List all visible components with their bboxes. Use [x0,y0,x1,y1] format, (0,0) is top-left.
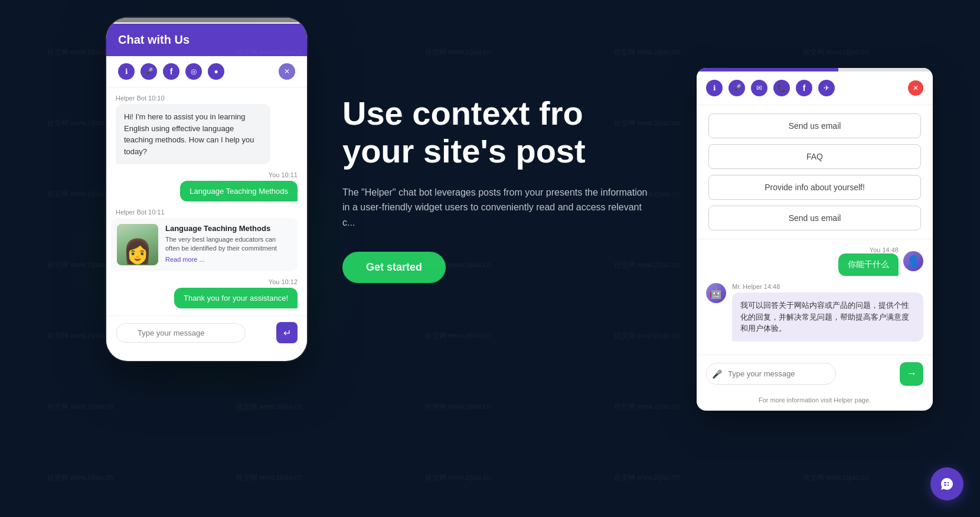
widget-bot-label: Mr. Helper 14:48 [732,283,923,290]
article-desc: The very best language educators can oft… [165,235,292,253]
widget-user-bubble: 你能干什么 [838,253,899,276]
bot-article-row: Helper Bot 10:11 Language Teaching Metho… [116,209,298,271]
chat-body: Helper Bot 10:10 Hi! I'm here to assist … [106,87,307,316]
widget-bot-row: 🤖 Mr. Helper 14:48 我可以回答关于网站内容或产品的问题，提供个… [706,283,923,342]
bot-label-2: Helper Bot 10:11 [116,209,298,216]
widget-user-message-content: You 14:48 你能干什么 [838,246,899,276]
article-card[interactable]: Language Teaching Methods The very best … [111,218,298,271]
hero-description: The "Helper" chat bot leverages posts fr… [342,185,649,230]
user-message-1-row: You 10:11 Language Teaching Methods [116,171,298,201]
send-button[interactable]: ↵ [276,322,298,343]
widget-input-mic-icon: 🎤 [712,369,722,379]
user-bubble-1: Language Teaching Methods [180,181,298,201]
info-icon[interactable]: ℹ [118,63,135,80]
widget-send-button[interactable]: → [900,362,923,386]
widget-facebook-icon[interactable]: f [796,80,812,96]
widget-input-area: 🎤 → [697,355,933,393]
widget-info-icon[interactable]: ℹ [706,80,723,96]
widget-input-wrapper: 🎤 [706,363,895,385]
circle-dot-icon[interactable]: ● [208,63,224,80]
phone-header: Chat with Us [106,24,307,56]
quick-action-faq[interactable]: FAQ [708,144,921,169]
floating-chat-button[interactable] [930,467,963,500]
right-widget: ℹ 🎤 ✉ 📞 f ✈ ✕ Send us email FAQ Provide … [697,68,933,411]
quick-action-email-1[interactable]: Send us email [708,113,921,138]
widget-footer: For more information visit Helper page. [697,393,933,411]
article-image [117,224,158,265]
user-message-1: You 10:11 Language Teaching Methods [180,171,298,201]
phone-icons-bar: ℹ 🎤 f ◎ ● ✕ [106,56,307,87]
bot-label-1: Helper Bot 10:10 [116,95,298,102]
widget-bot-bubble: 我可以回答关于网站内容或产品的问题，提供个性化的回复，并解决常见问题，帮助提高客… [732,292,923,342]
widget-mic-icon[interactable]: 🎤 [729,80,745,96]
widget-icons-bar: ℹ 🎤 ✉ 📞 f ✈ ✕ [697,71,933,105]
article-content: Language Teaching Methods The very best … [165,224,292,265]
mic-icon[interactable]: 🎤 [141,63,157,80]
user-bubble-2: Thank you for your assistance! [174,288,298,308]
get-started-button[interactable]: Get started [342,252,446,283]
widget-telegram-icon[interactable]: ✈ [818,80,835,96]
article-title: Language Teaching Methods [165,224,292,233]
user-message-2-row: You 10:12 Thank you for your assistance! [116,278,298,308]
user-message-2: You 10:12 Thank you for your assistance! [174,278,298,308]
widget-email-icon[interactable]: ✉ [751,80,767,96]
close-icon[interactable]: ✕ [279,63,295,80]
hero-title: Use context fro your site's post [342,95,649,171]
quick-action-email-2[interactable]: Send us email [708,206,921,230]
widget-user-avatar: 👤 [903,251,923,271]
chat-bubble-icon [940,477,954,491]
input-wrapper: 🎤 [116,323,272,343]
user-label-1: You 10:11 [180,171,298,178]
facebook-icon[interactable]: f [163,63,179,80]
widget-bot-message-content: Mr. Helper 14:48 我可以回答关于网站内容或产品的问题，提供个性化… [732,283,923,342]
widget-phone-icon[interactable]: 📞 [773,80,790,96]
phone-top-bar [106,18,307,22]
article-person-img [117,224,158,265]
bot-bubble-1: Hi! I'm here to assist you in learning E… [116,104,270,164]
bot-message-1: Helper Bot 10:10 Hi! I'm here to assist … [116,95,298,164]
chat-input-area: 🎤 ↵ [106,316,307,349]
phone-header-title: Chat with Us [118,33,295,47]
quick-action-info[interactable]: Provide info about yourself! [708,175,921,200]
article-readmore[interactable]: Read more ... [165,256,292,263]
widget-input[interactable] [706,363,836,385]
widget-quick-actions: Send us email FAQ Provide info about you… [697,105,933,239]
instagram-icon[interactable]: ◎ [185,63,202,80]
widget-chat-body: You 14:48 你能干什么 👤 🤖 Mr. Helper 14:48 我可以… [697,239,933,355]
widget-close-button[interactable]: ✕ [908,80,923,96]
phone-mockup: Chat with Us ℹ 🎤 f ◎ ● ✕ Helper Bot 10:1… [106,18,307,361]
widget-user-label: You 14:48 [838,246,899,253]
chat-input[interactable] [116,323,246,343]
user-label-2: You 10:12 [174,278,298,285]
hero-section: Use context fro your site's post The "He… [342,95,649,283]
widget-user-row: You 14:48 你能干什么 👤 [706,246,923,276]
widget-bot-avatar: 🤖 [706,283,726,303]
